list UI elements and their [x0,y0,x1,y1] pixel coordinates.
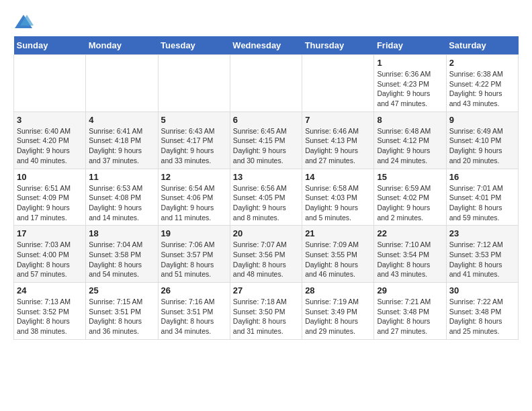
calendar-cell: 18Sunrise: 7:04 AMSunset: 3:58 PMDayligh… [86,226,158,283]
calendar-cell: 9Sunrise: 6:49 AMSunset: 4:10 PMDaylight… [446,111,518,169]
day-info: Sunrise: 6:46 AMSunset: 4:13 PMDaylight:… [305,126,371,166]
day-info: Sunrise: 6:45 AMSunset: 4:15 PMDaylight:… [233,126,299,166]
calendar-cell: 13Sunrise: 6:56 AMSunset: 4:05 PMDayligh… [230,169,302,226]
day-number: 17 [17,228,83,238]
calendar-cell [86,55,158,112]
calendar-cell: 26Sunrise: 7:16 AMSunset: 3:51 PMDayligh… [158,283,230,340]
week-row-5: 24Sunrise: 7:13 AMSunset: 3:52 PMDayligh… [14,283,519,340]
calendar-cell: 27Sunrise: 7:18 AMSunset: 3:50 PMDayligh… [230,283,302,340]
logo [13,13,36,30]
calendar-cell: 22Sunrise: 7:10 AMSunset: 3:54 PMDayligh… [374,226,446,283]
day-info: Sunrise: 7:07 AMSunset: 3:56 PMDaylight:… [233,240,299,279]
day-info: Sunrise: 6:49 AMSunset: 4:10 PMDaylight:… [449,126,515,166]
day-number: 29 [377,285,443,295]
day-info: Sunrise: 6:40 AMSunset: 4:20 PMDaylight:… [17,126,83,166]
day-number: 15 [377,172,443,182]
day-number: 16 [449,172,515,182]
day-info: Sunrise: 7:04 AMSunset: 3:58 PMDaylight:… [89,240,154,279]
calendar-cell: 23Sunrise: 7:12 AMSunset: 3:53 PMDayligh… [446,226,518,283]
day-number: 25 [89,285,154,295]
calendar-cell [158,55,230,112]
calendar-cell [302,55,374,112]
day-info: Sunrise: 7:19 AMSunset: 3:49 PMDaylight:… [305,297,371,336]
day-info: Sunrise: 6:58 AMSunset: 4:03 PMDaylight:… [305,183,371,223]
calendar-cell: 17Sunrise: 7:03 AMSunset: 4:00 PMDayligh… [14,226,86,283]
day-info: Sunrise: 7:22 AMSunset: 3:48 PMDaylight:… [449,297,515,336]
calendar-cell [230,55,302,112]
calendar-table: SundayMondayTuesdayWednesdayThursdayFrid… [13,36,519,340]
day-header-thursday: Thursday [302,36,374,55]
day-number: 3 [17,115,83,125]
day-info: Sunrise: 6:54 AMSunset: 4:06 PMDaylight:… [161,183,227,223]
day-info: Sunrise: 7:13 AMSunset: 3:52 PMDaylight:… [17,297,83,336]
calendar-cell: 25Sunrise: 7:15 AMSunset: 3:51 PMDayligh… [86,283,158,340]
day-info: Sunrise: 6:41 AMSunset: 4:18 PMDaylight:… [89,126,154,166]
day-header-monday: Monday [86,36,158,55]
week-row-1: 1Sunrise: 6:36 AMSunset: 4:23 PMDaylight… [14,55,519,112]
day-number: 19 [161,228,227,238]
calendar-cell: 2Sunrise: 6:38 AMSunset: 4:22 PMDaylight… [446,55,518,112]
day-number: 21 [305,228,371,238]
calendar-cell [14,55,86,112]
calendar-cell: 21Sunrise: 7:09 AMSunset: 3:55 PMDayligh… [302,226,374,283]
calendar-cell: 11Sunrise: 6:53 AMSunset: 4:08 PMDayligh… [86,169,158,226]
day-info: Sunrise: 7:06 AMSunset: 3:57 PMDaylight:… [161,240,227,279]
day-number: 23 [449,228,515,238]
day-info: Sunrise: 7:15 AMSunset: 3:51 PMDaylight:… [89,297,154,336]
day-number: 5 [161,115,227,125]
calendar-cell: 8Sunrise: 6:48 AMSunset: 4:12 PMDaylight… [374,111,446,169]
day-number: 30 [449,285,515,295]
calendar-cell: 3Sunrise: 6:40 AMSunset: 4:20 PMDaylight… [14,111,86,169]
week-row-4: 17Sunrise: 7:03 AMSunset: 4:00 PMDayligh… [14,226,519,283]
calendar-cell: 30Sunrise: 7:22 AMSunset: 3:48 PMDayligh… [446,283,518,340]
day-info: Sunrise: 7:03 AMSunset: 4:00 PMDaylight:… [17,240,83,279]
day-number: 18 [89,228,154,238]
calendar-cell: 10Sunrise: 6:51 AMSunset: 4:09 PMDayligh… [14,169,86,226]
day-header-wednesday: Wednesday [230,36,302,55]
calendar-header-row: SundayMondayTuesdayWednesdayThursdayFrid… [14,36,519,55]
calendar-cell: 15Sunrise: 6:59 AMSunset: 4:02 PMDayligh… [374,169,446,226]
calendar-cell: 4Sunrise: 6:41 AMSunset: 4:18 PMDaylight… [86,111,158,169]
day-info: Sunrise: 6:36 AMSunset: 4:23 PMDaylight:… [377,69,443,109]
calendar-cell: 16Sunrise: 7:01 AMSunset: 4:01 PMDayligh… [446,169,518,226]
day-info: Sunrise: 6:53 AMSunset: 4:08 PMDaylight:… [89,183,154,223]
day-info: Sunrise: 6:51 AMSunset: 4:09 PMDaylight:… [17,183,83,223]
day-header-friday: Friday [374,36,446,55]
week-row-2: 3Sunrise: 6:40 AMSunset: 4:20 PMDaylight… [14,111,519,169]
day-info: Sunrise: 6:48 AMSunset: 4:12 PMDaylight:… [377,126,443,166]
calendar-cell: 7Sunrise: 6:46 AMSunset: 4:13 PMDaylight… [302,111,374,169]
day-number: 9 [449,115,515,125]
day-info: Sunrise: 7:18 AMSunset: 3:50 PMDaylight:… [233,297,299,336]
day-number: 7 [305,115,371,125]
day-info: Sunrise: 7:21 AMSunset: 3:48 PMDaylight:… [377,297,443,336]
calendar-cell: 1Sunrise: 6:36 AMSunset: 4:23 PMDaylight… [374,55,446,112]
logo-icon [13,13,34,30]
day-number: 1 [377,58,443,68]
day-info: Sunrise: 7:16 AMSunset: 3:51 PMDaylight:… [161,297,227,336]
day-header-sunday: Sunday [14,36,86,55]
day-number: 11 [89,172,154,182]
day-number: 6 [233,115,299,125]
day-number: 28 [305,285,371,295]
calendar-cell: 29Sunrise: 7:21 AMSunset: 3:48 PMDayligh… [374,283,446,340]
day-number: 8 [377,115,443,125]
day-number: 2 [449,58,515,68]
calendar-cell: 20Sunrise: 7:07 AMSunset: 3:56 PMDayligh… [230,226,302,283]
day-number: 14 [305,172,371,182]
calendar-cell: 12Sunrise: 6:54 AMSunset: 4:06 PMDayligh… [158,169,230,226]
day-number: 24 [17,285,83,295]
day-number: 13 [233,172,299,182]
day-info: Sunrise: 6:43 AMSunset: 4:17 PMDaylight:… [161,126,227,166]
calendar-cell: 28Sunrise: 7:19 AMSunset: 3:49 PMDayligh… [302,283,374,340]
day-info: Sunrise: 7:10 AMSunset: 3:54 PMDaylight:… [377,240,443,279]
calendar-cell: 24Sunrise: 7:13 AMSunset: 3:52 PMDayligh… [14,283,86,340]
day-info: Sunrise: 6:59 AMSunset: 4:02 PMDaylight:… [377,183,443,223]
day-header-tuesday: Tuesday [158,36,230,55]
week-row-3: 10Sunrise: 6:51 AMSunset: 4:09 PMDayligh… [14,169,519,226]
day-info: Sunrise: 7:09 AMSunset: 3:55 PMDaylight:… [305,240,371,279]
day-number: 10 [17,172,83,182]
calendar-cell: 6Sunrise: 6:45 AMSunset: 4:15 PMDaylight… [230,111,302,169]
day-number: 27 [233,285,299,295]
day-info: Sunrise: 7:12 AMSunset: 3:53 PMDaylight:… [449,240,515,279]
day-number: 22 [377,228,443,238]
